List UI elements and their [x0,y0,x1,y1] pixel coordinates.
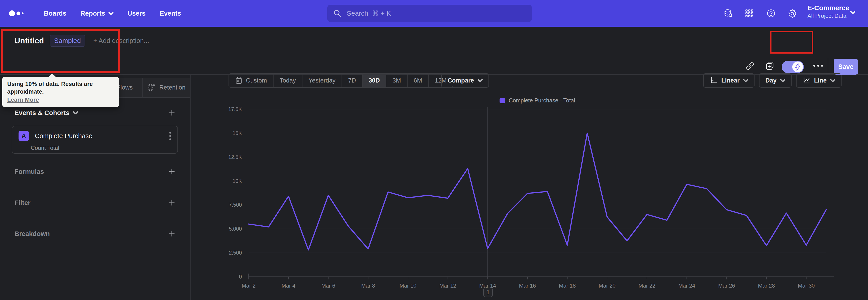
sampling-tooltip: Using 10% of data. Results are approxima… [2,77,119,107]
chevron-down-icon [780,79,785,82]
line-chart-icon [802,77,811,85]
events-cohorts-heading[interactable]: Events & Cohorts [14,109,78,117]
x-tick-label: Mar 30 [798,282,815,289]
date-range-control: Custom Today Yesterday 7D 30D 3M 6M 12M [228,73,453,88]
data-management-icon[interactable] [723,8,733,19]
x-tick-label: Mar 16 [519,282,536,289]
x-tick-label: Mar 10 [399,282,416,289]
range-today[interactable]: Today [273,74,302,87]
formulas-section-label: Formulas [14,168,44,175]
y-tick-label: 10K [232,178,242,184]
linear-axis-icon [710,77,718,85]
save-button[interactable]: Save [834,59,858,74]
save-to-board-icon[interactable] [765,61,775,71]
y-tick-label: 2,500 [229,250,242,256]
global-search[interactable] [327,5,532,22]
tab-retention[interactable]: Retention [143,78,190,98]
x-tick-label: Mar 28 [758,282,775,289]
y-tick-label: 5,000 [229,226,242,232]
event-metric[interactable]: Count Total [31,145,59,151]
report-header: Untitled Sampled + Add description... Sa… [0,27,868,74]
lightning-icon [794,63,801,71]
nav-item-boards[interactable]: Boards [44,10,66,17]
x-tick-label: Mar 6 [321,282,335,289]
sampled-badge[interactable]: Sampled [50,35,85,47]
event-card-complete-purchase[interactable]: A Complete Purchase Count Total [12,126,178,154]
event-letter-badge: A [19,131,29,141]
y-tick-label: 15K [232,130,242,136]
x-tick-label: Mar 4 [282,282,296,289]
tooltip-text: Using 10% of data. Results are approxima… [7,80,114,95]
range-yesterday[interactable]: Yesterday [302,74,342,87]
learn-more-link[interactable]: Learn More [7,96,39,103]
breakdown-section-label: Breakdown [14,230,50,238]
tab-label: Flows [117,84,133,91]
add-filter-button[interactable] [167,199,176,207]
search-input[interactable] [347,9,519,17]
mixpanel-app: Boards Reports Users Events [0,0,868,300]
range-6m[interactable]: 6M [407,74,428,87]
x-tick-label: Mar 20 [599,282,616,289]
settings-gear-icon[interactable] [787,8,798,19]
chevron-down-icon [743,79,748,82]
add-event-button[interactable] [167,109,176,117]
mixpanel-logo-icon[interactable] [9,10,24,16]
project-switcher[interactable]: E-Commerce All Project Data [807,4,849,19]
y-tick-label: 7,500 [229,202,242,208]
insights-chart: Mar 2Mar 4Mar 6Mar 8Mar 10Mar 12Mar 14Ma… [208,103,836,295]
help-icon[interactable] [766,8,776,19]
chevron-down-icon [73,111,78,114]
x-tick-label: Mar 22 [639,282,655,289]
x-tick-label: Mar 18 [559,282,576,289]
series-line [249,133,826,250]
copy-link-icon[interactable] [745,61,755,71]
range-7d[interactable]: 7D [342,74,362,87]
chart-page-indicator[interactable]: 1 [483,288,493,297]
filter-section-label: Filter [14,199,31,207]
add-description-field[interactable]: + Add description... [93,37,149,44]
chevron-down-icon [108,12,114,15]
sampling-toggle[interactable] [782,61,804,73]
legend-swatch [500,98,505,103]
interval-selector[interactable]: Day [759,73,792,88]
chevron-down-icon [830,79,835,82]
tab-label: Retention [159,84,186,91]
project-chevron-icon[interactable] [850,11,855,14]
add-formula-button[interactable] [167,167,176,176]
search-icon [333,9,342,18]
chevron-down-icon [477,79,483,82]
event-name[interactable]: Complete Purchase [35,132,92,140]
range-30d[interactable]: 30D [362,74,386,87]
more-options-icon[interactable] [813,65,823,67]
report-title[interactable]: Untitled [14,36,44,45]
chart-type-selector[interactable]: Line [796,73,842,88]
y-tick-label: 17.5K [228,106,242,112]
x-tick-label: Mar 12 [439,282,456,289]
y-tick-label: 12.5K [228,154,242,160]
range-custom[interactable]: Custom [229,74,273,87]
x-tick-label: Mar 8 [361,282,375,289]
x-tick-label: Mar 24 [678,282,695,289]
nav-item-events[interactable]: Events [160,10,181,17]
range-3m[interactable]: 3M [386,74,407,87]
nav-item-users[interactable]: Users [127,10,146,17]
query-sidebar: Insights Funnels Flows Retention Events … [0,75,191,300]
event-menu-icon[interactable] [169,132,172,140]
x-tick-label: Mar 26 [718,282,735,289]
x-tick-label: Mar 2 [242,282,255,289]
retention-icon [148,83,156,92]
scale-selector[interactable]: Linear [703,73,754,88]
project-scope: All Project Data [807,13,849,19]
add-breakdown-button[interactable] [167,230,176,238]
compare-button[interactable]: Compare [441,73,489,88]
top-nav-bar: Boards Reports Users Events [0,0,868,27]
toggle-knob [792,61,803,72]
apps-grid-icon[interactable] [744,8,754,19]
y-tick-label: 0 [239,274,242,280]
calendar-icon [235,77,243,84]
project-name: E-Commerce [807,4,849,12]
nav-item-reports[interactable]: Reports [81,10,114,17]
